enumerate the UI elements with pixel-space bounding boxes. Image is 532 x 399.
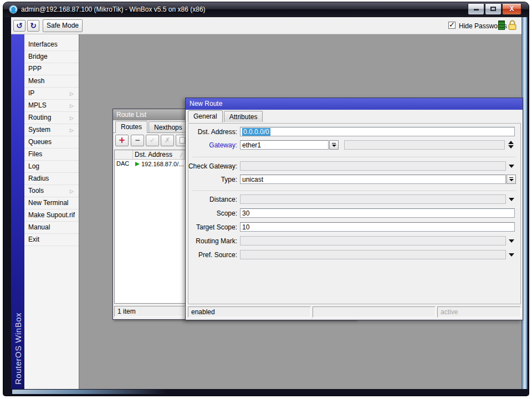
checkmark-icon: ✓	[449, 21, 455, 29]
sidebar-item-tools[interactable]: Tools▷	[24, 185, 79, 197]
route-middle-status	[313, 306, 436, 318]
sidebar-item-routing[interactable]: Routing▷	[24, 112, 79, 124]
sidebar-item-mesh[interactable]: Mesh	[24, 75, 79, 88]
sidebar-menu: Interfaces Bridge PPP Mesh IP▷ MPLS▷ Rou…	[24, 34, 79, 389]
maximize-icon	[490, 7, 496, 11]
gateway-input[interactable]: ether1	[240, 140, 329, 150]
pref-source-expand-arrow-icon[interactable]	[509, 253, 514, 257]
maximize-button[interactable]	[485, 4, 502, 15]
route-dst-address: 192.168.87.0/...	[141, 160, 183, 168]
secure-connection-lock-icon	[508, 20, 517, 30]
routing-mark-label: Routing Mark:	[186, 237, 237, 245]
redo-icon: ↻	[30, 21, 37, 30]
pref-source-label: Pref. Source:	[186, 251, 237, 259]
scope-label: Scope:	[186, 209, 237, 217]
gateway-add-remove-spinner[interactable]	[508, 141, 514, 149]
tab-attributes[interactable]: Attributes	[224, 111, 263, 122]
minimize-icon	[474, 9, 479, 11]
dst-address-label: Dst. Address:	[186, 128, 237, 136]
sidebar-item-ip[interactable]: IP▷	[24, 88, 79, 100]
target-scope-label: Target Scope:	[186, 223, 237, 231]
sidebar-item-radius[interactable]: Radius	[24, 173, 79, 185]
separator	[192, 191, 516, 192]
sidebar-item-make-supout[interactable]: Make Supout.rif	[24, 209, 79, 222]
type-label: Type:	[186, 176, 237, 183]
sidebar-item-bridge[interactable]: Bridge	[24, 51, 79, 63]
tab-routes[interactable]: Routes	[115, 121, 147, 133]
disable-icon: ✗	[165, 136, 170, 144]
distance-expand-arrow-icon[interactable]	[509, 198, 514, 201]
check-gateway-input	[240, 161, 506, 171]
enable-route-button[interactable]: ✓	[146, 135, 159, 146]
dropdown-arrow-icon	[509, 179, 514, 181]
brand-vertical-text: RouterOS WinBox	[13, 313, 23, 385]
add-route-button[interactable]: +	[115, 135, 129, 146]
dst-address-input[interactable]: 0.0.0.0/0	[240, 127, 515, 136]
gateway-label: Gateway:	[186, 141, 237, 149]
new-route-tabs: GeneralAttributes	[186, 110, 523, 122]
undo-button[interactable]: ↺	[13, 20, 25, 32]
connection-quality-icon	[498, 21, 505, 30]
distance-label: Distance:	[186, 196, 237, 203]
sidebar-item-manual[interactable]: Manual	[24, 222, 79, 234]
sidebar-item-queues[interactable]: Queues	[24, 136, 79, 149]
routing-mark-expand-arrow-icon[interactable]	[509, 239, 514, 243]
dst-address-selected-text: 0.0.0.0/0	[242, 128, 270, 136]
safe-mode-button[interactable]: Safe Mode	[43, 19, 83, 32]
sidebar-item-files[interactable]: Files	[24, 149, 79, 161]
route-list-status: 1 item	[114, 306, 185, 317]
redo-button[interactable]: ↻	[27, 20, 39, 32]
target-scope-input[interactable]: 10	[240, 222, 515, 232]
route-enabled-status: enabled	[188, 306, 311, 318]
pref-source-input	[240, 250, 506, 259]
submenu-arrow-icon: ▷	[70, 112, 74, 124]
submenu-arrow-icon: ▷	[70, 186, 74, 197]
tab-nexthops[interactable]: Nexthops	[149, 121, 188, 132]
gateway-secondary-field	[344, 140, 505, 150]
disable-route-button[interactable]: ✗	[161, 135, 174, 146]
tab-general[interactable]: General	[188, 110, 223, 122]
window-bottom-glow	[12, 390, 167, 394]
app-toolbar: ↺ ↻ Safe Mode ✓ Hide Passwords	[11, 17, 521, 34]
sidebar-item-system[interactable]: System▷	[24, 124, 79, 136]
scope-input[interactable]: 30	[240, 208, 515, 218]
sidebar-item-exit[interactable]: Exit	[24, 234, 79, 246]
mikrotik-logo-icon	[9, 5, 18, 14]
remove-icon: −	[135, 136, 140, 144]
new-route-dialog: New Route GeneralAttributes Dst. Address…	[185, 98, 523, 320]
check-gateway-label: Check Gateway:	[186, 162, 237, 170]
sidebar-item-ppp[interactable]: PPP	[24, 63, 79, 75]
remove-route-button[interactable]: −	[131, 135, 144, 146]
comment-icon	[180, 137, 185, 144]
sidebar-item-interfaces[interactable]: Interfaces	[24, 39, 79, 51]
hide-passwords-checkbox[interactable]: ✓	[448, 22, 456, 29]
routing-mark-input	[240, 236, 506, 245]
enable-icon: ✓	[150, 136, 155, 144]
submenu-arrow-icon: ▷	[70, 88, 74, 100]
type-dropdown-button[interactable]	[507, 175, 516, 184]
sort-icon: /	[180, 151, 182, 160]
minimize-button[interactable]	[468, 4, 484, 15]
brand-strip: RouterOS WinBox	[11, 34, 24, 389]
submenu-arrow-icon: ▷	[70, 125, 74, 136]
add-icon: +	[119, 135, 126, 145]
gateway-dropdown-button[interactable]	[329, 140, 339, 150]
route-flag-icon	[135, 162, 140, 166]
dropdown-bar-icon	[509, 177, 513, 178]
sidebar-item-new-terminal[interactable]: New Terminal	[24, 197, 79, 209]
flags-column-header[interactable]	[115, 150, 133, 159]
new-route-titlebar[interactable]: New Route	[186, 98, 523, 110]
separator	[192, 157, 516, 158]
dropdown-bar-icon	[332, 143, 336, 144]
sidebar-item-mpls[interactable]: MPLS▷	[24, 100, 79, 112]
sidebar-item-log[interactable]: Log	[24, 161, 79, 173]
type-input[interactable]: unicast	[240, 175, 506, 184]
close-button[interactable]: X	[502, 4, 521, 15]
down-arrow-icon	[508, 145, 514, 149]
submenu-arrow-icon: ▷	[70, 100, 74, 112]
dst-address-column-header[interactable]: Dst. Address/	[133, 150, 185, 159]
route-flags: DAC	[115, 160, 133, 168]
distance-input	[240, 195, 506, 204]
route-active-status: active	[437, 306, 521, 318]
check-gateway-expand-arrow-icon[interactable]	[509, 165, 514, 168]
